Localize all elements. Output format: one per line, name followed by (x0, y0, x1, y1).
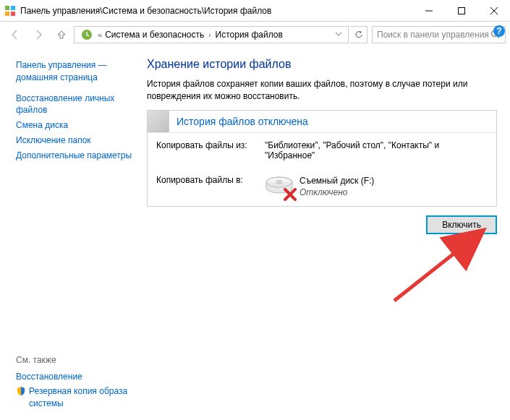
svg-rect-0 (5, 6, 9, 10)
search-placeholder: Поиск в панели управления (377, 30, 490, 40)
restore-personal-files-link[interactable]: Восстановление личных файлов (16, 91, 134, 119)
status-indicator-icon (148, 111, 169, 132)
svg-text:?: ? (496, 26, 501, 36)
breadcrumb-root-icon: « (98, 30, 102, 39)
page-title: Хранение истории файлов (147, 58, 497, 71)
app-icon (4, 5, 16, 17)
copy-to-label: Копировать файлы в: (156, 175, 265, 185)
control-panel-home-link[interactable]: Панель управления — домашняя страница (16, 58, 134, 85)
close-button[interactable] (477, 0, 510, 21)
select-drive-link[interactable]: Смена диска (16, 118, 134, 133)
copy-from-value: "Библиотеки", "Рабочий стол", "Контакты"… (265, 140, 488, 160)
see-also-label: См. также (16, 355, 134, 365)
svg-line-18 (394, 232, 481, 301)
error-x-icon (284, 188, 297, 201)
exclude-folders-link[interactable]: Исключение папок (16, 133, 134, 148)
address-dropdown-button[interactable] (332, 30, 345, 40)
svg-rect-2 (5, 12, 9, 16)
refresh-button[interactable] (350, 26, 367, 43)
svg-rect-3 (11, 12, 15, 16)
back-button[interactable] (4, 25, 26, 45)
svg-rect-1 (11, 6, 15, 10)
enable-button[interactable]: Включить (426, 215, 497, 234)
history-icon (80, 28, 93, 41)
svg-rect-15 (276, 180, 282, 184)
copy-from-label: Копировать файлы из: (156, 140, 265, 150)
drive-status: Отключено (299, 187, 374, 199)
sidebar: Панель управления — домашняя страница Во… (0, 48, 141, 420)
navigation-toolbar: « Система и безопасность › История файло… (0, 22, 510, 48)
breadcrumb-separator-icon: › (205, 31, 213, 39)
advanced-settings-link[interactable]: Дополнительные параметры (16, 148, 134, 163)
window-title: Панель управления\Система и безопасность… (20, 6, 412, 16)
status-panel: История файлов отключена Копировать файл… (147, 110, 497, 207)
status-title: История файлов отключена (169, 111, 315, 132)
forward-button[interactable] (27, 25, 49, 45)
help-icon[interactable]: ? (493, 25, 506, 38)
drive-name: Съемный диск (F:) (299, 175, 374, 187)
window-titlebar: Панель управления\Система и безопасность… (0, 0, 510, 22)
search-input[interactable]: Поиск в панели управления (372, 26, 506, 43)
system-image-backup-link[interactable]: Резервная копия образа системы (29, 385, 127, 410)
address-bar[interactable]: « Система и безопасность › История файло… (74, 26, 349, 43)
shield-icon (16, 386, 26, 396)
svg-rect-5 (458, 7, 464, 14)
breadcrumb-file-history[interactable]: История файлов (214, 30, 284, 40)
up-button[interactable] (51, 25, 72, 45)
minimize-button[interactable] (412, 0, 445, 21)
breadcrumb-system-security[interactable]: Система и безопасность (103, 30, 205, 40)
page-description: История файлов сохраняет копии ваших фай… (147, 78, 497, 103)
main-content: ? Хранение истории файлов История файлов… (141, 48, 510, 420)
recovery-link[interactable]: Восстановление (16, 369, 134, 385)
maximize-button[interactable] (445, 0, 477, 21)
